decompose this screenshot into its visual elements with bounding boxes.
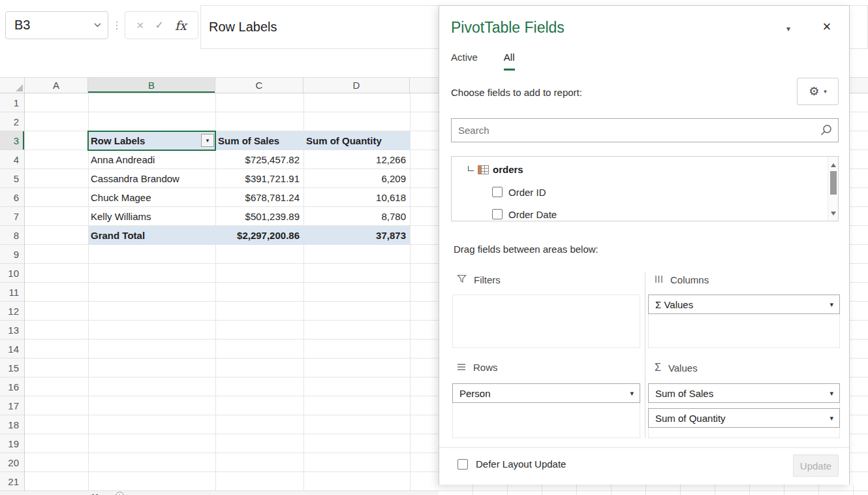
cell-quantity[interactable]: 12,266	[303, 150, 410, 169]
row-header-cell[interactable]: 1	[0, 93, 24, 112]
row-header-cell[interactable]: 11	[0, 283, 24, 302]
enter-icon[interactable]: ✓	[155, 19, 163, 31]
row-header-cell[interactable]: 15	[0, 359, 24, 377]
select-all-button[interactable]	[0, 78, 25, 93]
area-field-sum-of-quantity[interactable]: Sum of Quantity ▾	[648, 408, 840, 428]
tab-active[interactable]: Active	[451, 52, 478, 71]
columns-drop-zone[interactable]: Σ Values ▾	[648, 295, 840, 348]
column-header-a[interactable]: A	[25, 78, 88, 93]
filters-drop-zone[interactable]	[452, 295, 640, 348]
cell-grand-total-sales[interactable]: $2,297,200.86	[215, 226, 303, 245]
area-field-person[interactable]: Person ▾	[452, 383, 640, 403]
row-header-cell[interactable]: 19	[0, 434, 24, 453]
area-field-sigma-values[interactable]: Σ Values ▾	[648, 295, 840, 314]
rows-label: Rows	[473, 362, 498, 373]
row-header-cell[interactable]: 4	[0, 150, 24, 169]
row-header-cell[interactable]: 6	[0, 188, 24, 207]
row-labels-filter-button[interactable]: ▾	[201, 134, 214, 147]
column-header-c[interactable]: C	[215, 78, 303, 93]
columns-area-header: Columns	[655, 274, 709, 285]
rows-drop-zone[interactable]: Person ▾	[452, 383, 640, 438]
chevron-down-icon: ▾	[824, 88, 827, 95]
row-header-cell[interactable]: 10	[0, 264, 24, 283]
area-field-label: Sum of Sales	[655, 388, 713, 399]
cell-person[interactable]: Cassandra Brandow	[88, 169, 215, 188]
update-button[interactable]: Update	[793, 455, 839, 477]
field-label: Order Date	[508, 209, 557, 220]
cell-person[interactable]: Anna Andreadi	[88, 150, 215, 169]
cell-quantity[interactable]: 8,780	[303, 207, 410, 226]
cell-grand-total-label[interactable]: Grand Total	[88, 226, 215, 245]
areas-divider	[645, 272, 645, 438]
row-header-cell[interactable]: 16	[0, 377, 24, 396]
pivot-header-row: Row Labels Sum of Sales Sum of Quantity	[88, 131, 410, 150]
row-header-cell[interactable]: 3	[0, 131, 24, 150]
table-name: orders	[493, 164, 523, 175]
expand-collapse-icon[interactable]	[468, 166, 474, 171]
field-label: Order ID	[508, 187, 546, 198]
row-header-cell[interactable]: 18	[0, 415, 24, 434]
pane-close-button[interactable]: ×	[818, 18, 836, 36]
cell-sales[interactable]: $391,721.91	[215, 169, 303, 188]
table-node-orders[interactable]: orders	[468, 163, 838, 176]
row-header-cell[interactable]: 8	[0, 226, 24, 245]
field-row[interactable]: Order ID	[492, 185, 838, 199]
row-header-cell[interactable]: 20	[0, 453, 24, 472]
row-header-cell[interactable]: 9	[0, 245, 24, 264]
row-header-cell[interactable]: 2	[0, 112, 24, 131]
cell-person[interactable]: Kelly Williams	[88, 207, 215, 226]
insert-function-icon[interactable]: fx	[175, 18, 187, 33]
fields-list[interactable]: orders Order ID Order Date	[451, 156, 839, 221]
tab-all[interactable]: All	[504, 52, 515, 71]
add-sheet-button[interactable]: +	[116, 492, 124, 495]
cell-grand-total-quantity[interactable]: 37,873	[303, 226, 410, 245]
cell-person[interactable]: Chuck Magee	[88, 188, 215, 207]
scroll-thumb[interactable]	[830, 171, 837, 195]
search-input[interactable]	[452, 119, 820, 142]
row-header-cell[interactable]: 7	[0, 207, 24, 226]
scroll-up-icon[interactable]	[831, 163, 836, 167]
cell-sales[interactable]: $678,781.24	[215, 188, 303, 207]
sheet-nav-arrows-icon[interactable]: ◂▸	[90, 491, 102, 495]
pivot-data-row: Anna Andreadi $725,457.82 12,266	[88, 150, 410, 169]
chevron-down-icon[interactable]: ▾	[829, 300, 833, 309]
row-header-cell[interactable]: 17	[0, 396, 24, 415]
pane-options-caret-icon[interactable]: ▾	[781, 22, 796, 36]
tools-button[interactable]: ⚙ ▾	[797, 78, 839, 105]
cell-b3-row-labels[interactable]: Row Labels	[88, 131, 215, 150]
row-header-cell[interactable]: 13	[0, 321, 24, 340]
row-header-cell[interactable]: 14	[0, 340, 24, 359]
row-header-cell[interactable]: 5	[0, 169, 24, 188]
scroll-down-icon[interactable]	[831, 212, 836, 216]
chevron-down-icon[interactable]	[94, 23, 101, 27]
defer-checkbox[interactable]	[457, 459, 468, 470]
row-header-cell[interactable]: 21	[0, 472, 24, 491]
formula-toolbar: × ✓ fx	[125, 11, 198, 39]
cell-sales[interactable]: $725,457.82	[215, 150, 303, 169]
row-header-cell[interactable]: 12	[0, 302, 24, 321]
column-header-b[interactable]: B	[88, 78, 215, 93]
cell-c3-sum-of-sales[interactable]: Sum of Sales	[215, 131, 303, 150]
pane-footer: Defer Layout Update Update	[439, 447, 849, 485]
fields-scrollbar[interactable]	[828, 157, 838, 221]
cell-sales[interactable]: $501,239.89	[215, 207, 303, 226]
cancel-icon[interactable]: ×	[136, 18, 144, 33]
field-checkbox[interactable]	[492, 209, 503, 219]
values-drop-zone[interactable]: Sum of Sales ▾ Sum of Quantity ▾	[648, 383, 840, 438]
defer-layout-update[interactable]: Defer Layout Update	[457, 458, 566, 470]
chevron-down-icon[interactable]: ▾	[829, 414, 833, 423]
gear-icon: ⚙	[809, 86, 819, 97]
cell-quantity[interactable]: 6,209	[303, 169, 410, 188]
area-field-label: Σ Values	[655, 299, 693, 310]
cell-d3-sum-of-quantity[interactable]: Sum of Quantity	[303, 131, 410, 150]
formula-bar-separator-dots[interactable]: ⋮	[110, 11, 123, 39]
cell-quantity[interactable]: 10,618	[303, 188, 410, 207]
values-area-header: Σ Values	[655, 362, 698, 374]
name-box[interactable]: B3	[5, 11, 108, 39]
chevron-down-icon[interactable]: ▾	[829, 389, 833, 398]
chevron-down-icon[interactable]: ▾	[630, 389, 634, 398]
column-header-d[interactable]: D	[303, 78, 410, 93]
area-field-sum-of-sales[interactable]: Sum of Sales ▾	[648, 383, 840, 403]
field-checkbox[interactable]	[492, 187, 503, 197]
field-row[interactable]: Order Date	[492, 208, 838, 221]
